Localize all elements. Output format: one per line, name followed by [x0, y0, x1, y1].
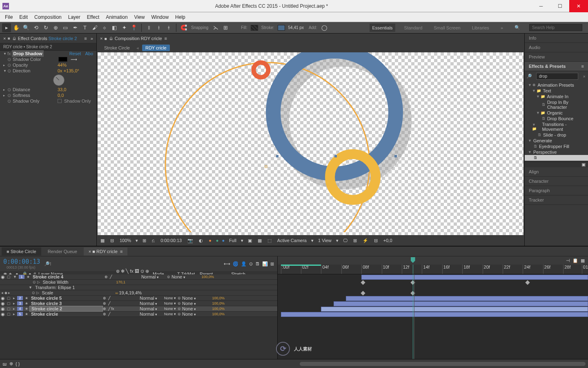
- tl-opt4-icon[interactable]: ⊙: [249, 261, 253, 267]
- grid-icon[interactable]: ▦: [99, 238, 106, 243]
- transp-icon[interactable]: ▦: [256, 238, 263, 243]
- layer-1[interactable]: ◉▢▼1★Stroke circle 4⊛ ╱Normal ▾⊚None ▾10…: [0, 274, 277, 280]
- orbit-tool[interactable]: ⟲: [31, 23, 40, 32]
- local-axis-icon[interactable]: ⫲: [154, 23, 163, 32]
- selection-tool[interactable]: ▸: [2, 23, 11, 32]
- workspace-more-icon[interactable]: »: [498, 24, 506, 32]
- menu-animation[interactable]: Animation: [102, 14, 131, 20]
- zoom-tool[interactable]: 🔍: [22, 23, 31, 32]
- tl-tab-strokecircle[interactable]: ■ Stroke Circle: [2, 247, 41, 256]
- search-input[interactable]: [529, 24, 582, 31]
- stroke-width[interactable]: 54,41 px: [288, 25, 304, 30]
- tree-animate-in[interactable]: ▼ 📁Animate In: [525, 94, 588, 99]
- exposure[interactable]: +0,0: [382, 238, 394, 243]
- prop-shadow-only[interactable]: ⊙Shadow OnlyShadow Only: [0, 98, 96, 104]
- share-icon[interactable]: 🖵: [342, 238, 349, 243]
- menu-view[interactable]: View: [131, 14, 148, 20]
- zoom-value[interactable]: 100%: [118, 238, 132, 243]
- prop-opacity[interactable]: ▸⊙Opacity44%: [0, 62, 96, 68]
- rect-tool[interactable]: ▭: [61, 23, 70, 32]
- workspace-standard[interactable]: Standard: [402, 24, 425, 32]
- workspace-essentials[interactable]: Essentials: [370, 24, 395, 32]
- menu-composition[interactable]: Composition: [31, 14, 65, 20]
- tree-generate[interactable]: ▼Generate: [525, 138, 588, 144]
- tl-shy-icon[interactable]: 👤: [241, 261, 247, 267]
- tree-transitions[interactable]: ▼ 📁Transitions - Movement: [525, 121, 588, 132]
- composition-viewer[interactable]: [98, 52, 523, 235]
- hand-tool[interactable]: ✋: [12, 23, 21, 32]
- channel-icon[interactable]: ◐: [198, 238, 204, 243]
- view-axis-icon[interactable]: ⫳: [164, 23, 173, 32]
- clear-icon[interactable]: ×: [581, 74, 588, 79]
- layer-5[interactable]: ◉▢▸5★Stroke circle⊛ ╱Normal ▾None ▾⊚None…: [0, 312, 277, 317]
- reset-link[interactable]: Reset: [69, 51, 81, 56]
- effects-presets-panel[interactable]: Effects & Presets≡: [525, 62, 588, 71]
- preview-panel[interactable]: Preview: [525, 52, 588, 62]
- layer-1-scale[interactable]: ◂ ◆ ▸⊙ ▷Scale∞ 19,4,19,4%: [0, 290, 277, 296]
- layer-1-transform[interactable]: ▼Transform: Ellipse 1: [0, 285, 277, 290]
- tl-opt-a[interactable]: ⊣: [566, 258, 570, 263]
- add-option[interactable]: ◯: [320, 23, 329, 32]
- puppet-tool[interactable]: 📍: [129, 23, 138, 32]
- views[interactable]: 1 View: [317, 238, 333, 243]
- snap-opt1-icon[interactable]: ⋋: [211, 23, 220, 32]
- camera[interactable]: Active Camera: [276, 238, 308, 243]
- toggle-switches-icon[interactable]: 🖭: [2, 361, 7, 366]
- menu-window[interactable]: Window: [148, 14, 172, 20]
- tree-drop-bounce[interactable]: 🖺Drop Bounce: [525, 116, 588, 121]
- tree-drop-shadow[interactable]: 🖺Drop Shadow: [525, 155, 588, 161]
- menu-file[interactable]: File: [2, 14, 16, 20]
- roto-tool[interactable]: ✦: [120, 23, 129, 32]
- res-icon[interactable]: ⊞: [141, 238, 147, 243]
- workspace-libraries[interactable]: Libraries: [470, 24, 492, 32]
- menu-help[interactable]: Help: [172, 14, 189, 20]
- menu-layer[interactable]: Layer: [65, 14, 84, 20]
- tl-opt-b[interactable]: 📋: [572, 258, 578, 263]
- menu-edit[interactable]: Edit: [16, 14, 31, 20]
- tl-opt5-icon[interactable]: 🖺: [255, 261, 260, 266]
- align-panel[interactable]: Align: [525, 167, 588, 177]
- tree-organic[interactable]: ▼ 📁Organic: [525, 110, 588, 116]
- tl-opt2-icon[interactable]: 🌀: [233, 261, 238, 267]
- anchor-tool[interactable]: ⊕: [51, 23, 60, 32]
- toggle-brackets-icon[interactable]: { }: [16, 361, 20, 366]
- tl-opt1-icon[interactable]: ⟷: [224, 261, 230, 267]
- tree-drop-in[interactable]: 🖺Drop In By Character: [525, 99, 588, 110]
- crumb-stroke-circle[interactable]: Stroke Circle: [101, 45, 133, 51]
- brush-tool[interactable]: 🖌: [90, 23, 99, 32]
- resolution[interactable]: Full: [228, 238, 238, 243]
- eraser-tool[interactable]: ◧: [110, 23, 119, 32]
- timecode[interactable]: 0:00:00:13: [3, 258, 40, 265]
- fast-prev-icon[interactable]: ⚡: [361, 238, 370, 243]
- time-ruler[interactable]: :00f 02f 04f 06f 08f 10f 12f 14f 16f 18f…: [278, 265, 588, 274]
- workspace-smallscreen[interactable]: Small Screen: [431, 24, 463, 32]
- tree-text[interactable]: ▼ 📁Text: [525, 88, 588, 94]
- tl-opt7-icon[interactable]: ⊞: [270, 261, 274, 267]
- snap-opt2-icon[interactable]: ⊞: [221, 23, 230, 32]
- roi-icon[interactable]: ▣: [247, 238, 253, 243]
- fill-swatch[interactable]: [251, 25, 258, 31]
- tl-tab-render[interactable]: Render Queue: [43, 247, 82, 256]
- tree-slide-drop[interactable]: 🖺Slide - drop: [525, 132, 588, 138]
- timeline-tracks[interactable]: [278, 274, 588, 359]
- menu-effect[interactable]: Effect: [84, 14, 102, 20]
- tree-perspective[interactable]: ▼Perspective: [525, 149, 588, 155]
- 3d-icon[interactable]: ⬚: [266, 238, 273, 243]
- tree-anim-presets[interactable]: ▼ ✽Animation Presets: [525, 82, 588, 88]
- playhead[interactable]: [413, 265, 413, 274]
- tracker-panel[interactable]: Tracker: [525, 195, 588, 205]
- comp-flow-icon[interactable]: ⊟: [109, 238, 115, 243]
- prop-direction[interactable]: ▼⊙Direction0x +135,0°: [0, 68, 96, 74]
- layer-1-strokewidth[interactable]: ⊙ ▷Stroke Width170,1: [0, 280, 277, 285]
- prop-softness[interactable]: ▸⊙Softness0,0: [0, 92, 96, 98]
- stroke-swatch[interactable]: [278, 25, 285, 31]
- rotate-tool[interactable]: ↻: [41, 23, 50, 32]
- crumb-rdy[interactable]: RDY cricle: [142, 45, 170, 51]
- ep-apply-icon[interactable]: ▣: [581, 162, 586, 167]
- axis-icon[interactable]: ⫴: [145, 23, 154, 32]
- prop-shadow-color[interactable]: ⊙Shadow Color⟿: [0, 56, 96, 62]
- text-tool[interactable]: T: [80, 23, 89, 32]
- maximize-button[interactable]: ☐: [550, 0, 569, 12]
- toggle-modes-icon[interactable]: ⊕: [9, 361, 13, 366]
- effect-header[interactable]: ▼fx Drop Shadow Reset Abo: [0, 51, 96, 56]
